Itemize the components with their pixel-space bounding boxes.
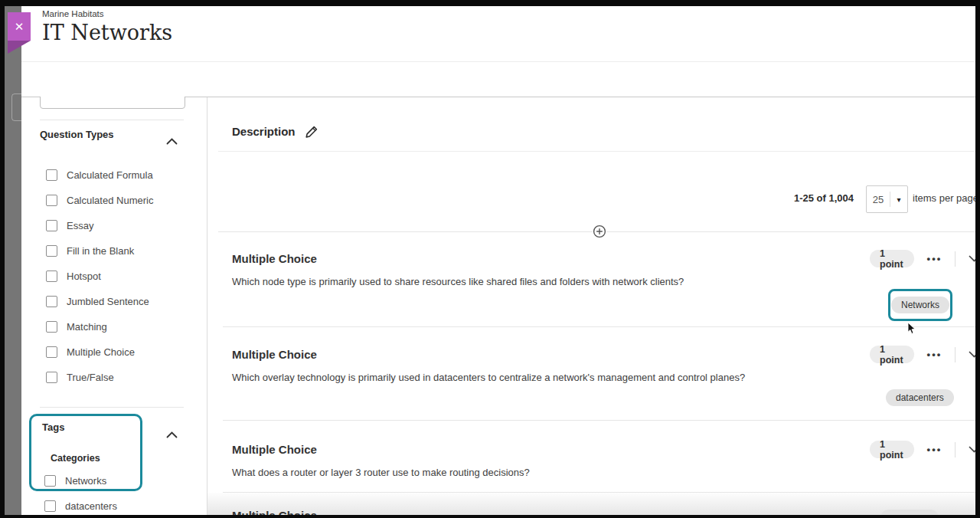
- app-window: Marine Habitats IT Networks ✕ Filter 1,0…: [0, 0, 980, 518]
- actions-divider: [955, 442, 956, 457]
- breadcrumb: Marine Habitats: [42, 9, 104, 18]
- checkbox-icon[interactable]: [46, 169, 57, 181]
- question-actions: 1 point •••: [870, 441, 980, 458]
- checkbox-icon[interactable]: [46, 296, 57, 307]
- question-text: Which node type is primarily used to sha…: [232, 276, 684, 287]
- letterbox-right: [975, 0, 980, 518]
- points-badge: 1 point: [870, 441, 914, 458]
- checkbox-row-hotspot[interactable]: Hotspot: [46, 270, 101, 282]
- mouse-cursor: [907, 322, 916, 338]
- actions-divider: [955, 251, 956, 267]
- description-label: Description: [232, 125, 296, 138]
- letterbox-left: [0, 0, 5, 518]
- points-badge: 1 point: [870, 346, 914, 363]
- overflow-menu-icon[interactable]: •••: [927, 349, 942, 360]
- checkbox-label: Essay: [67, 220, 93, 231]
- tag-highlight-outline: Networks: [888, 289, 952, 321]
- checkbox-icon[interactable]: [44, 475, 56, 487]
- description-divider: [218, 151, 975, 152]
- actions-divider: [955, 347, 956, 362]
- checkbox-label: Hotspot: [67, 270, 101, 282]
- checkbox-icon[interactable]: [46, 220, 57, 231]
- checkbox-label: True/False: [67, 372, 114, 383]
- checkbox-label: Multiple Choice: [67, 346, 135, 358]
- question-type-title: Multiple Choice: [232, 348, 317, 361]
- checkbox-icon[interactable]: [46, 195, 57, 206]
- checkbox-label: Networks: [65, 475, 106, 487]
- checkbox-icon[interactable]: [46, 270, 57, 282]
- checkbox-row-calculated-formula[interactable]: Calculated Formula: [46, 169, 153, 181]
- tag-badge[interactable]: datacenters: [886, 389, 954, 406]
- question-type-title: Multiple Choice: [232, 252, 317, 265]
- checkbox-icon[interactable]: [44, 500, 56, 512]
- pagination-range: 1-25 of 1,004: [781, 192, 854, 204]
- tags-collapse-chevron-up-icon[interactable]: [166, 428, 178, 441]
- edit-pencil-icon[interactable]: [305, 126, 318, 138]
- checkbox-icon[interactable]: [46, 372, 57, 383]
- overflow-menu-icon[interactable]: •••: [927, 253, 942, 264]
- checkbox-row-calculated-numeric[interactable]: Calculated Numeric: [46, 195, 153, 206]
- checkbox-row-fill-in-the-blank[interactable]: Fill in the Blank: [46, 245, 134, 257]
- checkbox-row-essay[interactable]: Essay: [46, 220, 93, 231]
- description-heading: Description: [232, 125, 318, 138]
- letterbox-top: [0, 0, 980, 6]
- letterbox-bottom: [0, 515, 980, 518]
- items-per-page-label: items per page: [913, 192, 978, 204]
- checkbox-label: Fill in the Blank: [67, 245, 134, 257]
- close-button[interactable]: ✕: [8, 12, 31, 41]
- checkbox-label: Jumbled Sentence: [67, 296, 149, 307]
- question-types-heading: Question Types: [40, 129, 114, 140]
- checkbox-row-jumbled-sentence[interactable]: Jumbled Sentence: [46, 296, 149, 307]
- collapsed-side-rail: [5, 6, 21, 515]
- checkbox-icon[interactable]: [46, 245, 57, 257]
- checkbox-label: datacenters: [65, 500, 117, 512]
- question-row-divider: [223, 326, 975, 327]
- page-size-value: 25: [867, 194, 890, 205]
- checkbox-label: Calculated Formula: [67, 169, 153, 181]
- question-actions: 1 point •••: [870, 346, 980, 363]
- question-type-title: Multiple Choice: [232, 443, 317, 456]
- question-row-divider: [223, 420, 975, 421]
- checkbox-label: Matching: [67, 321, 107, 333]
- sidebar-main-divider: [207, 97, 207, 515]
- sidebar-divider: [40, 407, 184, 408]
- toolbar-cover: [22, 65, 206, 97]
- question-text: What does a router or layer 3 router use…: [232, 467, 530, 478]
- question-actions: 1 point •••: [870, 250, 980, 267]
- question-text: Which overlay technology is primarily us…: [232, 372, 745, 383]
- checkbox-row-tag-networks[interactable]: Networks: [44, 475, 106, 487]
- checkbox-icon[interactable]: [46, 321, 57, 333]
- list-bottom-fade: [207, 493, 975, 515]
- overflow-menu-icon[interactable]: •••: [927, 444, 942, 455]
- points-badge: 1 point: [870, 250, 914, 267]
- tag-badge[interactable]: Networks: [891, 297, 949, 313]
- page-size-select[interactable]: 25 ▾: [866, 185, 908, 213]
- page-title: IT Networks: [42, 21, 172, 44]
- categories-subheading: Categories: [51, 453, 100, 464]
- checkbox-row-true-false[interactable]: True/False: [46, 372, 114, 383]
- checkbox-row-tag-datacenters[interactable]: datacenters: [44, 500, 117, 512]
- checkbox-icon[interactable]: [46, 346, 57, 358]
- add-question-button[interactable]: [593, 225, 606, 238]
- caret-down-icon: ▾: [890, 195, 907, 204]
- sidebar-divider: [40, 120, 184, 120]
- checkbox-label: Calculated Numeric: [67, 195, 153, 206]
- tags-heading: Tags: [42, 421, 64, 433]
- header-divider: [21, 61, 975, 62]
- question-types-collapse-chevron-up-icon[interactable]: [166, 134, 178, 148]
- close-icon: ✕: [15, 20, 24, 34]
- checkbox-row-multiple-choice[interactable]: Multiple Choice: [46, 346, 135, 358]
- checkbox-row-matching[interactable]: Matching: [46, 321, 107, 333]
